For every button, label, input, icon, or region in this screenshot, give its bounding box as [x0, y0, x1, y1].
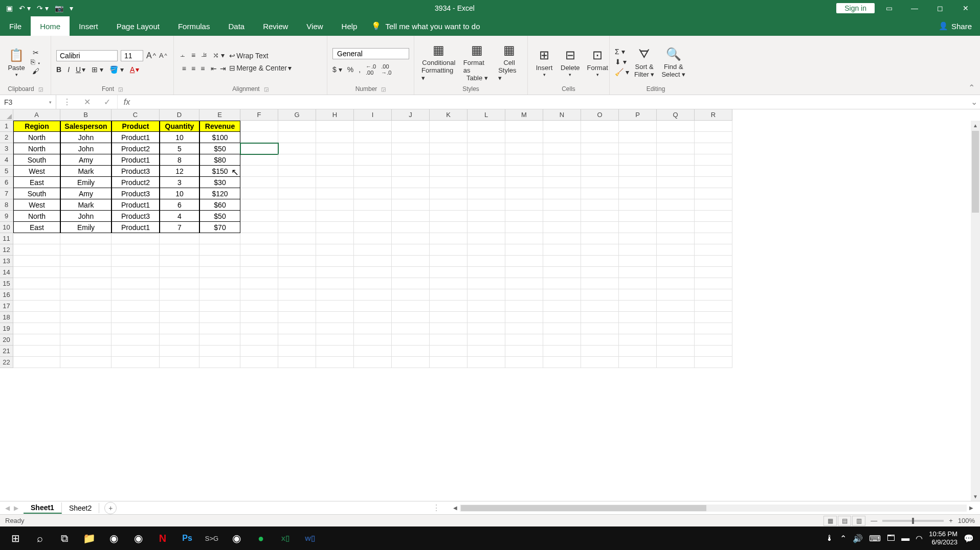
cell-O22[interactable]: [581, 357, 619, 368]
cell-H13[interactable]: [316, 256, 354, 267]
cell-P13[interactable]: [619, 256, 657, 267]
cell-Q4[interactable]: [657, 154, 695, 166]
cell-G6[interactable]: [278, 177, 316, 188]
zoom-knob[interactable]: [912, 518, 914, 524]
cell-R15[interactable]: [695, 278, 732, 289]
cell-G11[interactable]: [278, 233, 316, 244]
cell-I22[interactable]: [354, 357, 392, 368]
cell-G12[interactable]: [278, 244, 316, 256]
cell-F16[interactable]: [240, 289, 278, 301]
decrease-decimal-icon[interactable]: .00→.0: [381, 63, 391, 76]
cell-A9[interactable]: North: [13, 211, 60, 222]
cell-I15[interactable]: [354, 278, 392, 289]
cell-Q13[interactable]: [657, 256, 695, 267]
cell-F22[interactable]: [240, 357, 278, 368]
sign-in-button[interactable]: Sign in: [836, 3, 875, 13]
cell-C21[interactable]: [112, 346, 160, 357]
cell-G20[interactable]: [278, 334, 316, 346]
cell-O13[interactable]: [581, 256, 619, 267]
cell-O7[interactable]: [581, 188, 619, 199]
cell-K16[interactable]: [430, 289, 467, 301]
cell-Q1[interactable]: [657, 121, 695, 132]
cell-H19[interactable]: [316, 323, 354, 334]
decrease-indent-icon[interactable]: ⇤: [211, 64, 217, 73]
cell-F14[interactable]: [240, 267, 278, 278]
cell-I18[interactable]: [354, 312, 392, 323]
cell-H14[interactable]: [316, 267, 354, 278]
align-center-icon[interactable]: ≡: [191, 64, 195, 73]
cell-D22[interactable]: [160, 357, 199, 368]
cell-D7[interactable]: 10: [160, 188, 199, 199]
cell-Q12[interactable]: [657, 244, 695, 256]
cell-F12[interactable]: [240, 244, 278, 256]
cell-C5[interactable]: Product3: [112, 166, 160, 177]
cell-J13[interactable]: [392, 256, 430, 267]
cell-B5[interactable]: Mark: [60, 166, 112, 177]
camera-icon[interactable]: 📷: [55, 4, 63, 12]
cell-E20[interactable]: [199, 334, 240, 346]
cell-C3[interactable]: Product2: [112, 143, 160, 154]
cell-F21[interactable]: [240, 346, 278, 357]
cell-H7[interactable]: [316, 188, 354, 199]
cell-O14[interactable]: [581, 267, 619, 278]
sheet-tab-active[interactable]: Sheet1: [24, 502, 62, 514]
cell-P6[interactable]: [619, 177, 657, 188]
align-middle-icon[interactable]: ≡: [191, 51, 195, 59]
percent-format-icon[interactable]: %: [347, 65, 353, 74]
cell-G5[interactable]: [278, 166, 316, 177]
cell-I10[interactable]: [354, 222, 392, 233]
cell-J17[interactable]: [392, 301, 430, 312]
cell-K3[interactable]: [430, 143, 467, 154]
cell-L22[interactable]: [467, 357, 505, 368]
cell-P9[interactable]: [619, 211, 657, 222]
cell-R9[interactable]: [695, 211, 732, 222]
cell-L15[interactable]: [467, 278, 505, 289]
cell-A19[interactable]: [13, 323, 60, 334]
tab-insert[interactable]: Insert: [70, 16, 107, 36]
cell-I12[interactable]: [354, 244, 392, 256]
cell-K20[interactable]: [430, 334, 467, 346]
cell-B19[interactable]: [60, 323, 112, 334]
cell-P17[interactable]: [619, 301, 657, 312]
cell-B18[interactable]: [60, 312, 112, 323]
cell-R6[interactable]: [695, 177, 732, 188]
cell-M19[interactable]: [505, 323, 543, 334]
fx-icon[interactable]: fx: [118, 95, 136, 109]
zoom-label[interactable]: 100%: [958, 517, 975, 524]
column-header-L[interactable]: L: [467, 109, 505, 121]
cell-B22[interactable]: [60, 357, 112, 368]
cell-F20[interactable]: [240, 334, 278, 346]
cell-O6[interactable]: [581, 177, 619, 188]
cell-Q14[interactable]: [657, 267, 695, 278]
add-sheet-button[interactable]: +: [104, 502, 117, 514]
cell-P19[interactable]: [619, 323, 657, 334]
accounting-format-icon[interactable]: $ ▾: [332, 65, 342, 74]
cell-H1[interactable]: [316, 121, 354, 132]
sheet-prev-icon[interactable]: ◀: [5, 505, 10, 512]
cell-E9[interactable]: $50: [199, 211, 240, 222]
cell-N21[interactable]: [543, 346, 581, 357]
cell-E22[interactable]: [199, 357, 240, 368]
cell-F4[interactable]: [240, 154, 278, 166]
align-bottom-icon[interactable]: ⫡: [201, 51, 208, 59]
cell-L19[interactable]: [467, 323, 505, 334]
cell-L5[interactable]: [467, 166, 505, 177]
cell-J6[interactable]: [392, 177, 430, 188]
cell-R14[interactable]: [695, 267, 732, 278]
cell-A6[interactable]: East: [13, 177, 60, 188]
cell-K21[interactable]: [430, 346, 467, 357]
cell-C18[interactable]: [112, 312, 160, 323]
cell-R18[interactable]: [695, 312, 732, 323]
formula-split-icon[interactable]: ⋮: [63, 97, 71, 107]
zoom-out-icon[interactable]: —: [871, 517, 877, 524]
cell-N13[interactable]: [543, 256, 581, 267]
row-header-2[interactable]: 2: [0, 132, 13, 143]
cell-H6[interactable]: [316, 177, 354, 188]
cell-R10[interactable]: [695, 222, 732, 233]
cell-Q8[interactable]: [657, 199, 695, 211]
cell-A17[interactable]: [13, 301, 60, 312]
cell-L10[interactable]: [467, 222, 505, 233]
screentogif-icon[interactable]: S>G: [199, 526, 224, 550]
cell-A18[interactable]: [13, 312, 60, 323]
cell-P18[interactable]: [619, 312, 657, 323]
